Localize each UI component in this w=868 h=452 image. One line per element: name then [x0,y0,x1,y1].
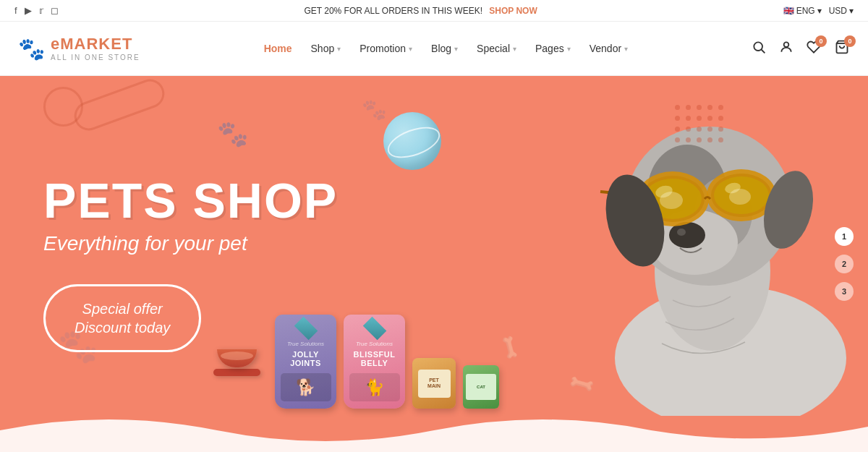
chevron-down-icon: ▾ [624,45,628,53]
blissful-belly-product: True Solutions BLISSFULBELLY 🐈 [344,315,405,409]
logo-tagline: all in one store [51,54,140,61]
chevron-down-icon: ▾ [454,45,458,53]
wishlist-button[interactable]: 0 [807,40,821,58]
nav-item-blog[interactable]: Blog ▾ [424,38,465,59]
twitter-icon[interactable]: 𝕣 [39,5,43,16]
youtube-icon[interactable]: ▶ [25,5,32,16]
hero-title: PETS SHOP [43,176,338,225]
nav-item-vendor[interactable]: Vendor ▾ [582,38,635,59]
logo[interactable]: 🐾 eMARKET all in one store [18,35,140,61]
logo-paw-icon: 🐾 [18,36,45,61]
nav-item-shop[interactable]: Shop ▾ [304,38,349,59]
tennis-ball-decoration [383,112,441,170]
chevron-down-icon: ▾ [337,45,341,53]
can2-label: CAT [466,374,497,400]
slide-indicators: 1 2 3 [835,227,854,301]
instagram-icon[interactable]: ◻ [51,5,59,16]
wishlist-badge: 0 [815,35,827,47]
cart-badge: 0 [844,35,856,47]
social-links: f ▶ 𝕣 ◻ [14,5,59,16]
dog-illustration [528,83,868,416]
offer-line2: Discount today [75,318,170,337]
announcement-text: GET 20% FOR ALL ORDERS IN THIS WEEK! SHO… [59,6,783,16]
product-diamond-icon [362,317,386,341]
bag1-image: 🐕 [281,373,331,401]
dog-svg [528,83,868,416]
paw-decoration: 🐾 [362,98,387,121]
bone-decoration: 🦴 [495,333,524,362]
can1-label: PETMAIN [418,370,451,398]
logo-text-label: MARKET [60,35,132,53]
language-selector[interactable]: 🇬🇧 ENG ▾ [783,6,822,16]
header: 🐾 eMARKET all in one store Home Shop ▾ P… [0,22,868,76]
slide-2[interactable]: 2 [835,255,854,273]
offer-line1: Special offer [75,299,170,318]
cart-button[interactable]: 0 [834,40,850,58]
circle-decoration [43,87,83,127]
products-display: True Solutions JOLLYJOINTS 🐕 True Soluti… [275,315,499,409]
nav-item-promotion[interactable]: Promotion ▾ [352,38,420,59]
hero-banner: 🐾 🐾 🐾 🦴 🦴 PETS SHOP Everything for your … [0,76,868,452]
special-offer-button[interactable]: Special offer Discount today [43,284,201,352]
header-actions: 0 0 [752,40,850,58]
dog-bowl-decoration [217,349,260,376]
hero-subtitle: Everything for your pet [43,232,338,255]
account-button[interactable] [779,40,793,58]
chevron-down-icon: ▾ [409,45,412,53]
shop-now-link[interactable]: SHOP NOW [489,6,537,16]
announcement-message: GET 20% FOR ALL ORDERS IN THIS WEEK! [304,6,482,16]
nav-item-special[interactable]: Special ▾ [469,38,524,59]
svg-point-0 [754,42,762,51]
svg-point-25 [729,189,751,205]
main-navigation: Home Shop ▾ Promotion ▾ Blog ▾ Special ▾… [162,38,730,59]
bag2-image: 🐈 [349,373,400,401]
bag1-name: JOLLYJOINTS [290,350,321,367]
svg-line-1 [762,49,765,53]
search-button[interactable] [752,40,766,58]
nav-item-home[interactable]: Home [257,38,299,59]
bag2-name: BLISSFULBELLY [354,350,396,367]
jolly-joints-product: True Solutions JOLLYJOINTS 🐕 [275,315,336,409]
announcement-bar: f ▶ 𝕣 ◻ GET 20% FOR ALL ORDERS IN THIS W… [0,0,868,22]
lang-currency-area: 🇬🇧 ENG ▾ USD ▾ [783,6,854,16]
logo-brand: eMARKET [51,35,140,53]
facebook-icon[interactable]: f [14,5,17,16]
skateboard-decoration [70,76,169,135]
slide-1[interactable]: 1 [835,227,854,246]
pet-food-can2: CAT [463,365,499,409]
wave-decoration [0,409,868,452]
svg-point-11 [677,229,686,236]
currency-selector[interactable]: USD ▾ [829,6,854,16]
svg-point-24 [660,192,683,209]
chevron-down-icon: ▾ [513,45,516,53]
pet-food-can1: PETMAIN [412,358,456,409]
slide-3[interactable]: 3 [835,282,854,301]
svg-point-2 [784,42,789,47]
chevron-down-icon: ▾ [567,45,571,53]
product-diamond-icon [294,317,318,341]
nav-item-pages[interactable]: Pages ▾ [528,38,578,59]
paw-decoration: 🐾 [217,119,249,149]
